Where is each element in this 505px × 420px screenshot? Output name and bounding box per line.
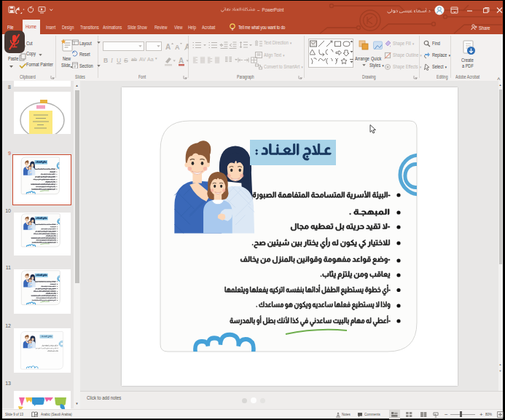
- svg-text:A: A: [165, 43, 171, 51]
- svg-text:A: A: [175, 44, 180, 51]
- svg-text:A: A: [179, 57, 184, 65]
